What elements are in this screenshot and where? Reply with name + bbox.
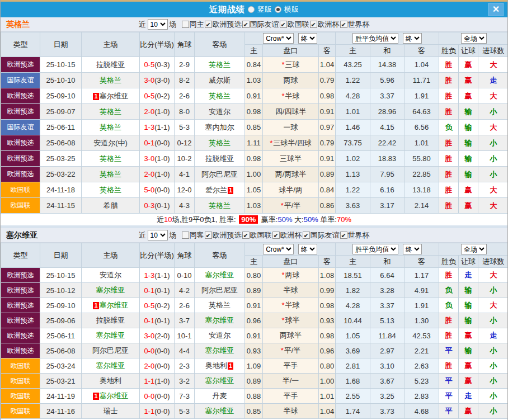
team-cell[interactable]: 拉脱维亚 [195, 151, 245, 167]
checkbox-checked-icon[interactable]: ✔ [310, 21, 317, 28]
avg-time-select[interactable]: 终 [403, 33, 422, 44]
avg-away-cell: 2.21 [404, 343, 439, 358]
corner-cell: 8-2 [175, 73, 195, 88]
handicap-text: 三球 [285, 60, 300, 69]
team-name-text: 爱尔兰 [205, 186, 227, 194]
league-checkbox[interactable]: ✔世界杯 [340, 230, 370, 240]
team-cell[interactable]: 英格兰 [195, 88, 245, 104]
bookmaker-select[interactable]: Crow* [263, 33, 294, 44]
team-cell[interactable]: 拉脱维亚 [82, 57, 140, 73]
col-result: 胜负 [439, 45, 459, 57]
handicap-cell: *两球 [263, 268, 319, 283]
checkbox-checked-icon[interactable]: ✔ [280, 21, 287, 28]
match-count-select[interactable]: 10 [148, 230, 168, 240]
avg-type-select[interactable]: 胜平负均值 [352, 244, 398, 254]
matches-table: 类型 日期 主场 比分(半场) 角球 客场 Crow* 终 胜平负均值 终 [1, 32, 508, 214]
team-cell[interactable]: 英格兰 [82, 182, 140, 198]
checkbox-checked-icon[interactable]: ✔ [205, 232, 212, 239]
date-cell: 24-11-19 [40, 389, 82, 404]
team-cell[interactable]: 阿尔巴尼亚 [82, 343, 140, 358]
team-cell[interactable]: 阿尔巴尼亚 [195, 283, 245, 298]
team-cell[interactable]: 英格兰 [82, 120, 140, 135]
date-cell: 25-09-10 [40, 88, 82, 104]
league-checkbox[interactable]: ✔欧洲杯 [310, 20, 340, 30]
team-cell[interactable]: 1塞尔维亚 [82, 298, 140, 313]
score-cell: 0-1(0-1) [140, 313, 175, 328]
team-cell[interactable]: 安道尔 [195, 328, 245, 343]
team-cell[interactable]: 塞尔维亚 [195, 268, 245, 283]
team-cell[interactable]: 塞尔维亚 [195, 374, 245, 389]
avg-away-cell: 1.04 [404, 57, 439, 73]
checkbox-unchecked-icon[interactable] [182, 232, 189, 239]
team-cell[interactable]: 塞尔维亚 [82, 328, 140, 343]
odds-time-select[interactable]: 终 [298, 244, 317, 254]
team-cell[interactable]: 爱尔兰1 [195, 182, 245, 198]
handicap-star: * [281, 201, 284, 210]
team-cell[interactable]: 塞内加尔 [195, 120, 245, 135]
team-cell[interactable]: 英格兰 [82, 167, 140, 182]
checkbox-unchecked-icon[interactable] [182, 21, 189, 28]
team-cell[interactable]: 丹麦 [195, 389, 245, 404]
team-cell[interactable]: 奥地利 [82, 374, 140, 389]
vertical-layout-label[interactable]: 竖版 [257, 4, 272, 15]
team-cell[interactable]: 塞尔维亚 [195, 313, 245, 328]
avg-time-select[interactable]: 终 [403, 244, 422, 254]
away-odds-cell: 0.97 [319, 120, 336, 135]
league-checkbox[interactable]: ✔欧洲预选 [205, 230, 242, 240]
close-button[interactable]: ✕ [488, 3, 504, 16]
team-cell[interactable]: 奥地利1 [195, 358, 245, 374]
checkbox-checked-icon[interactable]: ✔ [242, 21, 250, 28]
same-venue-checkbox[interactable]: 同主 [182, 20, 204, 30]
same-venue-checkbox[interactable]: 同客 [182, 230, 204, 240]
team-cell[interactable]: 塞尔维亚 [82, 358, 140, 374]
league-checkbox[interactable]: ✔世界杯 [340, 20, 370, 30]
team-cell[interactable]: 希腊 [82, 198, 140, 214]
corner-cell: 2-9 [175, 57, 195, 73]
team-cell[interactable]: 1塞尔维亚 [82, 389, 140, 404]
checkbox-checked-icon[interactable]: ✔ [340, 232, 347, 239]
team-cell[interactable]: 威尔斯 [195, 73, 245, 88]
checkbox-checked-icon[interactable]: ✔ [340, 21, 347, 28]
league-checkbox[interactable]: ✔国际友谊 [303, 230, 340, 240]
team-cell[interactable]: 英格兰 [82, 151, 140, 167]
team-cell[interactable]: 英格兰 [82, 104, 140, 120]
avg-home-cell: 3.63 [336, 198, 370, 214]
team-cell[interactable]: 塞尔维亚 [195, 404, 245, 419]
col-avg-draw: 和 [370, 45, 404, 57]
league-checkbox[interactable]: ✔欧洲杯 [272, 230, 302, 240]
team-cell[interactable]: 塞尔维亚 [195, 343, 245, 358]
league-checkbox[interactable]: ✔欧国联 [242, 230, 272, 240]
team-cell[interactable]: 塞尔维亚 [82, 283, 140, 298]
league-checkbox[interactable]: ✔欧国联 [280, 20, 309, 30]
team-name-text: 拉脱维亚 [96, 316, 125, 324]
team-cell[interactable]: 安道尔(中) [82, 135, 140, 151]
checkbox-checked-icon[interactable]: ✔ [272, 232, 280, 239]
avg-away-cell: 2.14 [404, 198, 439, 214]
team-cell[interactable]: 拉脱维亚 [82, 313, 140, 328]
match-count-select[interactable]: 10 [148, 19, 168, 30]
checkbox-checked-icon[interactable]: ✔ [303, 232, 310, 239]
team-cell[interactable]: 英格兰 [82, 73, 140, 88]
team-cell[interactable]: 1塞尔维亚 [82, 88, 140, 104]
team-cell[interactable]: 英格兰 [195, 135, 245, 151]
scope-select[interactable]: 全场 [461, 33, 487, 44]
team-cell[interactable]: 安道尔 [195, 104, 245, 120]
vertical-layout-radio[interactable] [248, 6, 255, 13]
odds-time-select[interactable]: 终 [298, 33, 317, 44]
team-cell[interactable]: 英格兰 [195, 57, 245, 73]
team-cell[interactable]: 瑞士 [82, 404, 140, 419]
checkbox-checked-icon[interactable]: ✔ [205, 21, 212, 28]
checkbox-checked-icon[interactable]: ✔ [242, 232, 250, 239]
team-cell[interactable]: 英格兰 [195, 298, 245, 313]
scope-select[interactable]: 全场 [461, 244, 487, 254]
team-cell[interactable]: 安道尔 [82, 268, 140, 283]
bookmaker-select[interactable]: Crow* [263, 244, 294, 254]
horizontal-layout-label[interactable]: 横版 [284, 4, 299, 15]
league-checkbox[interactable]: ✔国际友谊 [242, 20, 279, 30]
league-checkbox[interactable]: ✔欧洲预选 [205, 20, 242, 30]
team-cell[interactable]: 阿尔巴尼亚 [195, 167, 245, 182]
avg-type-select[interactable]: 胜平负均值 [352, 33, 398, 44]
handicap-result-cell: 赢 [459, 57, 478, 73]
horizontal-layout-radio[interactable] [275, 6, 281, 13]
team-cell[interactable]: 英格兰 [195, 198, 245, 214]
